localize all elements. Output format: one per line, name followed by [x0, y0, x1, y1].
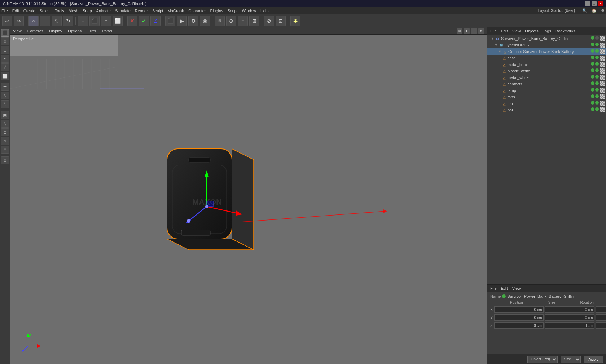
brush-btn[interactable]: ○ — [1, 137, 9, 145]
om-row-plastic-white[interactable]: △ plastic_white — [487, 68, 606, 74]
hair-btn[interactable]: ≡ — [238, 16, 248, 26]
size-x-input[interactable] — [545, 306, 594, 313]
move-tool-btn[interactable]: ✛ — [1, 83, 9, 91]
om-row-bar[interactable]: △ bar — [487, 107, 606, 113]
deform-btn[interactable]: ⊠ — [215, 16, 225, 26]
home-icon[interactable]: 🏠 — [592, 8, 597, 13]
om-tags-tab[interactable]: Tags — [543, 29, 551, 33]
menu-render[interactable]: Render — [135, 9, 148, 13]
portal-btn[interactable]: ⊘ — [264, 16, 274, 26]
om-row-case[interactable]: △ case — [487, 55, 606, 61]
menu-mograph[interactable]: MoGraph — [167, 9, 184, 13]
menu-select[interactable]: Select — [40, 9, 51, 13]
close-button[interactable]: ✕ — [598, 1, 603, 6]
om-vis-griffin[interactable] — [591, 49, 594, 53]
cylinder-button[interactable]: ⬜ — [113, 16, 123, 26]
loop-select-btn[interactable]: ⊙ — [1, 128, 9, 136]
soft-body-btn[interactable]: ⊙ — [226, 16, 236, 26]
viewport-panel-tab[interactable]: Panel — [102, 29, 112, 33]
menu-script[interactable]: Script — [228, 9, 238, 13]
menu-tools[interactable]: Tools — [55, 9, 64, 13]
rotate-tool-btn[interactable]: ↻ — [1, 100, 9, 108]
menu-sculpt[interactable]: Sculpt — [152, 9, 163, 13]
menu-animate[interactable]: Animate — [96, 9, 111, 13]
om-view-tab[interactable]: View — [512, 29, 521, 33]
om-edit-tab[interactable]: Edit — [501, 29, 508, 33]
menu-plugins[interactable]: Plugins — [210, 9, 223, 13]
render-settings-btn[interactable]: ⚙ — [188, 16, 198, 26]
sphere-button[interactable]: ○ — [101, 16, 111, 26]
viewport-display-tab[interactable]: Display — [49, 29, 62, 33]
z-axis-btn[interactable]: Z — [150, 16, 161, 26]
redo-button[interactable]: ↪ — [14, 16, 24, 26]
menu-snap[interactable]: Snap — [83, 9, 92, 13]
om-row-root[interactable]: ▼ 🗂 Survivor_Power_Bank_Battery_Griffin — [487, 35, 606, 42]
menu-mesh[interactable]: Mesh — [69, 9, 78, 13]
menu-simulate[interactable]: Simulate — [115, 9, 131, 13]
grid-btn[interactable]: ⊞ — [249, 16, 259, 26]
paint-btn[interactable]: ⊞ — [1, 146, 9, 154]
om-row-lamp[interactable]: △ lamp — [487, 87, 606, 94]
om-row-contacts[interactable]: △ contacts — [487, 81, 606, 87]
om-row-metal-white[interactable]: △ metal_white — [487, 74, 606, 81]
vp-icon-4[interactable]: ✕ — [478, 28, 484, 34]
select-all-btn[interactable]: ▣ — [1, 111, 9, 119]
menu-window[interactable]: Window — [242, 9, 256, 13]
scale-button[interactable]: ⤡ — [52, 16, 62, 26]
scale-tool-btn[interactable]: ⤡ — [1, 92, 9, 99]
render-btn[interactable]: ⬛ — [165, 16, 175, 26]
camera-btn[interactable]: ⊡ — [276, 16, 286, 26]
point-mode-btn[interactable]: • — [1, 55, 9, 63]
coord-system-select[interactable]: Object (Rel) World — [527, 356, 558, 363]
model-mode-btn[interactable]: ⬛ — [1, 29, 9, 37]
pos-y-input[interactable] — [494, 314, 544, 321]
poly-mode-btn[interactable]: ⬜ — [1, 72, 9, 80]
om-bookmarks-tab[interactable]: Bookmarks — [556, 29, 575, 33]
coord-mode-select[interactable]: Size Scale — [561, 356, 581, 363]
om-row-fans[interactable]: △ fans — [487, 94, 606, 100]
move-button[interactable]: ✛ — [40, 16, 50, 26]
viewport-filter-tab[interactable]: Filter — [87, 29, 96, 33]
om-render-griffin[interactable] — [595, 49, 599, 53]
om-objects-tab[interactable]: Objects — [525, 29, 538, 33]
size-y-input[interactable] — [545, 314, 594, 321]
viewport-canvas[interactable]: Perspective — [10, 35, 487, 364]
y-axis-btn[interactable]: ✓ — [139, 16, 149, 26]
rot-b-input[interactable] — [596, 322, 606, 329]
om-row-griffin[interactable]: ▼ △ Griffin´s Survivor Power Bank Batter… — [487, 48, 606, 55]
om-vis-nurbs[interactable] — [591, 43, 594, 46]
viewport-options-tab[interactable]: Options — [68, 29, 82, 33]
am-edit-tab[interactable]: Edit — [501, 286, 508, 290]
render-view-btn[interactable]: ▶ — [177, 16, 187, 26]
size-z-input[interactable] — [545, 322, 594, 329]
viewport-cameras-tab[interactable]: Cameras — [27, 29, 44, 33]
edge-mode-btn[interactable]: ╱ — [1, 63, 9, 71]
live-select-button[interactable]: ○ — [28, 16, 39, 26]
minimize-button[interactable]: — — [585, 1, 590, 6]
rot-h-input[interactable] — [596, 306, 606, 313]
viewport[interactable]: View Cameras Display Options Filter Pane… — [10, 27, 487, 364]
om-file-tab[interactable]: File — [490, 29, 497, 33]
apply-button[interactable]: Apply — [584, 356, 603, 363]
snapping-btn[interactable]: ⊠ — [1, 156, 9, 164]
vp-icon-1[interactable]: ⊞ — [457, 28, 462, 34]
om-vis-dot[interactable] — [591, 36, 594, 40]
menu-edit[interactable]: Edit — [12, 9, 19, 13]
vp-icon-2[interactable]: ⬇ — [464, 28, 470, 34]
viewport-view-tab[interactable]: View — [13, 29, 22, 33]
om-row-metal-black[interactable]: △ metal_black — [487, 61, 606, 68]
vp-icon-3[interactable]: □ — [471, 28, 477, 34]
menu-file[interactable]: File — [1, 9, 8, 13]
viewport-render-btn[interactable]: ◉ — [200, 16, 210, 26]
menu-help[interactable]: Help — [260, 9, 269, 13]
undo-button[interactable]: ↩ — [2, 16, 12, 26]
settings-icon[interactable]: ⚙ — [601, 8, 605, 13]
om-row-lop[interactable]: △ lop — [487, 100, 606, 107]
object-axis-btn[interactable]: ⊞ — [1, 46, 9, 54]
om-render-dot[interactable] — [595, 36, 599, 40]
knife-btn[interactable]: ╲ — [1, 120, 9, 128]
menu-character[interactable]: Character — [188, 9, 206, 13]
maximize-button[interactable]: □ — [592, 1, 597, 6]
rotate-button[interactable]: ↻ — [63, 16, 73, 26]
menu-create[interactable]: Create — [23, 9, 35, 13]
